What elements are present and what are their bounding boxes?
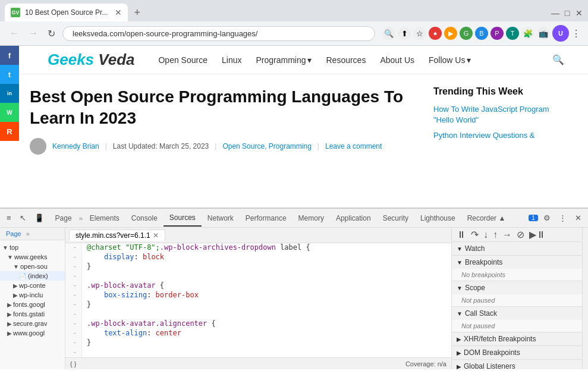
- meta-comment[interactable]: Leave a comment: [325, 142, 382, 150]
- colorful-icon-3[interactable]: G: [460, 27, 473, 40]
- code-panel-wrapper: style.min.css?ver=6.1.1 ✕ - @charset "UT…: [65, 228, 451, 369]
- tree-item-open-sou[interactable]: ▼ open-sou: [0, 262, 65, 271]
- tree-item-fonts-goog[interactable]: ▶ fonts.googl: [0, 300, 65, 309]
- article-meta: Kennedy Brian | Last Updated: March 25, …: [30, 138, 422, 155]
- devtools-toggle-btn[interactable]: ≡: [4, 212, 14, 224]
- maximize-button[interactable]: □: [563, 8, 571, 17]
- new-tab-button[interactable]: +: [130, 7, 144, 19]
- colorful-icon-2[interactable]: ▶: [444, 27, 457, 40]
- tab-recorder[interactable]: Recorder ▲: [461, 211, 512, 226]
- cast-icon[interactable]: 📺: [537, 27, 550, 40]
- nav-programming[interactable]: Programming ▾: [256, 55, 312, 65]
- step-over-btn[interactable]: ↷: [470, 228, 480, 241]
- forward-button[interactable]: →: [26, 26, 40, 41]
- devtools-device-btn[interactable]: 📱: [32, 212, 47, 224]
- tab-lighthouse[interactable]: Lighthouse: [414, 211, 461, 226]
- tab-sources[interactable]: Sources: [163, 210, 202, 227]
- step-into-btn[interactable]: ↓: [482, 228, 489, 241]
- devtools-more-btn[interactable]: ⋮: [556, 212, 570, 224]
- back-button[interactable]: ←: [7, 26, 21, 41]
- code-line-1: - @charset "UTF-8";.wp-block-archives-dr…: [65, 243, 451, 253]
- global-listeners-section: ▶ Global Listeners: [452, 360, 582, 369]
- bookmark-icon[interactable]: ☆: [413, 27, 426, 40]
- play-pause-btn[interactable]: ▶⏸: [528, 228, 547, 241]
- source-file-close-btn[interactable]: ✕: [153, 231, 159, 240]
- code-panel[interactable]: - @charset "UTF-8";.wp-block-archives-dr…: [65, 243, 451, 357]
- nav-open-source[interactable]: Open Source: [158, 55, 207, 65]
- tree-item-wp-conte[interactable]: ▶ wp-conte: [0, 281, 65, 290]
- tab-performance[interactable]: Performance: [240, 211, 293, 226]
- profile-avatar[interactable]: U: [552, 25, 569, 42]
- source-file-name: style.min.css?ver=6.1.1: [76, 231, 150, 240]
- tree-item-wp-inclu[interactable]: ▶ wp-inclu: [0, 290, 65, 300]
- watch-header[interactable]: ▼ Watch: [452, 242, 582, 255]
- trending-item-1[interactable]: How To Write JavaScript Program "Hello W…: [433, 104, 564, 125]
- tab-network[interactable]: Network: [202, 211, 240, 226]
- step-btn[interactable]: →: [501, 228, 513, 241]
- twitter-share-btn[interactable]: t: [0, 65, 19, 84]
- tree-item-www-googl[interactable]: ▶ www.googl: [0, 328, 65, 338]
- meta-tags[interactable]: Open Source, Programming: [222, 142, 311, 150]
- source-file-item[interactable]: style.min.css?ver=6.1.1 ✕: [69, 230, 165, 241]
- devtools-inspect-btn[interactable]: ↖: [17, 212, 29, 224]
- tree-item-www-geeks[interactable]: ▼ www.geeks: [0, 252, 65, 262]
- search-button[interactable]: 🔍: [552, 54, 564, 65]
- devtools-close-btn[interactable]: ✕: [572, 212, 584, 224]
- minimize-button[interactable]: —: [551, 8, 559, 17]
- colorful-icon-4[interactable]: B: [475, 27, 488, 40]
- tab-close-btn[interactable]: ✕: [115, 8, 122, 17]
- share-icon[interactable]: ⬆: [398, 27, 411, 40]
- breakpoints-section: ▼ Breakpoints No breakpoints: [452, 256, 582, 281]
- code-line-8: -: [65, 310, 451, 319]
- nav-about-us[interactable]: About Us: [380, 55, 414, 65]
- tab-page[interactable]: Page: [49, 211, 78, 226]
- nav-follow-us[interactable]: Follow Us ▾: [429, 55, 471, 65]
- xhr-header[interactable]: ▶ XHR/fetch Breakpoints: [452, 332, 582, 345]
- tree-item-fonts-gstat[interactable]: ▶ fonts.gstati: [0, 309, 65, 319]
- trending-item-2[interactable]: Python Interview Questions &: [433, 130, 564, 141]
- extensions-icon[interactable]: 🧩: [521, 27, 534, 40]
- devtools-settings-btn[interactable]: ⚙: [540, 212, 554, 224]
- scope-label: Scope: [465, 284, 485, 292]
- step-out-btn[interactable]: ↑: [492, 228, 499, 241]
- dom-breakpoints-header[interactable]: ▶ DOM Breakpoints: [452, 346, 582, 359]
- dom-breakpoints-label: DOM Breakpoints: [464, 348, 520, 357]
- tab-console[interactable]: Console: [125, 211, 163, 226]
- reload-button[interactable]: ↻: [45, 26, 58, 42]
- call-stack-header[interactable]: ▼ Call Stack: [452, 307, 582, 320]
- devtools-scrollbar[interactable]: [582, 228, 588, 369]
- reddit-share-btn[interactable]: R: [0, 122, 19, 141]
- tree-item-secure-grav[interactable]: ▶ secure.grav: [0, 319, 65, 328]
- linkedin-share-btn[interactable]: in: [0, 84, 19, 103]
- deactivate-btn[interactable]: ⊘: [515, 228, 526, 241]
- scope-section: ▼ Scope Not paused: [452, 281, 582, 307]
- browser-menu-button[interactable]: ⋮: [571, 28, 581, 39]
- colorful-icon-5[interactable]: P: [490, 27, 504, 40]
- scope-header[interactable]: ▼ Scope: [452, 281, 582, 294]
- breakpoints-header[interactable]: ▼ Breakpoints: [452, 256, 582, 269]
- address-input[interactable]: [62, 26, 375, 41]
- facebook-share-btn[interactable]: f: [0, 46, 19, 65]
- colorful-icon-6[interactable]: T: [506, 27, 519, 40]
- colorful-icon-1[interactable]: ●: [429, 27, 442, 40]
- tab-elements[interactable]: Elements: [84, 211, 125, 226]
- debug-controls: ⏸ ↷ ↓ ↑ → ⊘ ▶⏸: [452, 228, 582, 242]
- nav-linux[interactable]: Linux: [222, 55, 241, 65]
- tree-item-top[interactable]: ▼ top: [0, 243, 65, 252]
- nav-resources[interactable]: Resources: [326, 55, 366, 65]
- tab-memory[interactable]: Memory: [293, 211, 330, 226]
- whatsapp-share-btn[interactable]: W: [0, 103, 19, 122]
- global-listeners-header[interactable]: ▶ Global Listeners: [452, 360, 582, 369]
- tab-security[interactable]: Security: [377, 211, 414, 226]
- tab-application[interactable]: Application: [330, 211, 377, 226]
- pause-button[interactable]: ⏸: [455, 228, 467, 241]
- search-icon[interactable]: 🔍: [382, 27, 395, 40]
- coverage-icon[interactable]: { }: [70, 360, 76, 367]
- code-line-4: -: [65, 272, 451, 281]
- close-window-button[interactable]: ✕: [575, 8, 583, 17]
- active-tab[interactable]: GV 10 Best Open Source Pr... ✕: [5, 4, 128, 21]
- code-line-10: - text-align: center: [65, 329, 451, 338]
- tree-item-index[interactable]: 📄 (index): [0, 271, 65, 281]
- page-tab[interactable]: Page: [4, 229, 24, 238]
- meta-updated: Last Updated: March 25, 2023: [113, 142, 209, 150]
